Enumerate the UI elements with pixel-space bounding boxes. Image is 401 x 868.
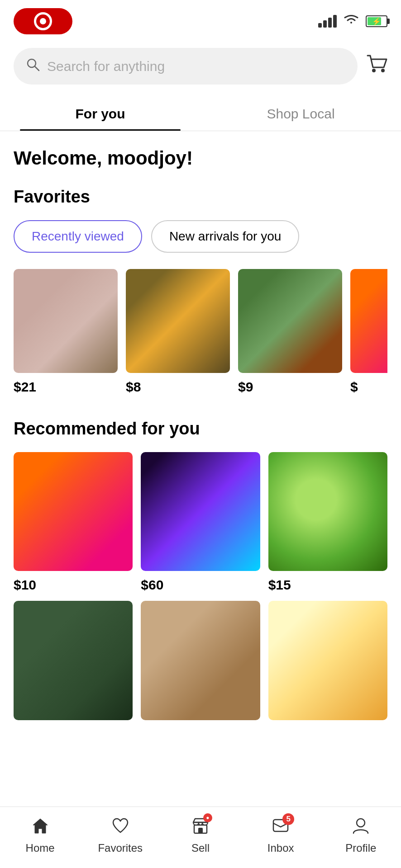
- signal-icon: [318, 15, 337, 28]
- rec-product-image: [268, 601, 387, 720]
- product-price: $9: [238, 379, 342, 395]
- nav-profile[interactable]: Profile: [338, 817, 383, 854]
- heart-icon: [111, 817, 129, 838]
- tab-for-you[interactable]: For you: [0, 94, 200, 131]
- home-icon: [31, 817, 49, 838]
- nav-favorites[interactable]: Favorites: [98, 817, 143, 854]
- recommended-title: Recommended for you: [14, 419, 387, 439]
- svg-point-2: [372, 69, 376, 72]
- product-card[interactable]: $21: [14, 269, 118, 395]
- favorites-title: Favorites: [14, 187, 387, 207]
- search-container: Search for anything: [0, 39, 401, 94]
- nav-sell[interactable]: • Sell: [178, 817, 223, 854]
- inbox-icon: 5: [272, 817, 290, 838]
- rec-product-price: $60: [141, 577, 260, 593]
- logo-icon: [34, 12, 52, 30]
- cart-icon[interactable]: [367, 55, 387, 78]
- nav-inbox-label: Inbox: [267, 842, 294, 854]
- sell-badge: •: [203, 813, 212, 822]
- store-icon: •: [191, 817, 210, 838]
- rec-product-card[interactable]: [268, 601, 387, 726]
- rec-product-image: [141, 452, 260, 571]
- product-image: [14, 269, 118, 373]
- tab-shop-local[interactable]: Shop Local: [200, 94, 401, 131]
- product-image: [350, 269, 387, 373]
- rec-product-card[interactable]: [141, 601, 260, 726]
- rec-product-card[interactable]: $60: [141, 452, 260, 593]
- rec-product-card[interactable]: $15: [268, 452, 387, 593]
- rec-product-image: [268, 452, 387, 571]
- product-price: $8: [126, 379, 230, 395]
- rec-product-price: $15: [268, 577, 387, 593]
- svg-point-8: [357, 819, 365, 827]
- rec-product-card[interactable]: [14, 601, 133, 726]
- favorites-product-row: $21 $8 $9 $: [14, 269, 387, 396]
- product-price: $21: [14, 379, 118, 395]
- profile-icon: [352, 817, 370, 838]
- filter-recently-viewed[interactable]: Recently viewed: [14, 220, 142, 253]
- search-bar[interactable]: Search for anything: [14, 48, 358, 85]
- tab-bar: For you Shop Local: [0, 94, 401, 131]
- svg-rect-6: [198, 828, 203, 833]
- nav-sell-label: Sell: [191, 842, 210, 854]
- product-card[interactable]: $: [350, 269, 387, 395]
- welcome-heading: Welcome, moodjoy!: [14, 147, 387, 169]
- svg-line-1: [35, 66, 39, 71]
- product-price: $: [350, 379, 387, 395]
- status-right: ⚡: [318, 14, 387, 29]
- rec-product-card[interactable]: $10: [14, 452, 133, 593]
- product-card[interactable]: $9: [238, 269, 342, 395]
- rec-product-image: [14, 452, 133, 571]
- status-bar: ⚡: [0, 0, 401, 39]
- wifi-icon: [343, 14, 359, 29]
- rec-product-price: $10: [14, 577, 133, 593]
- app-logo: [14, 8, 72, 34]
- filter-new-arrivals[interactable]: New arrivals for you: [151, 220, 299, 253]
- nav-profile-label: Profile: [345, 842, 376, 854]
- nav-home-label: Home: [26, 842, 55, 854]
- rec-product-image: [14, 601, 133, 720]
- battery-icon: ⚡: [366, 15, 387, 27]
- inbox-badge: 5: [282, 813, 294, 825]
- rec-product-image: [141, 601, 260, 720]
- search-icon: [26, 58, 40, 75]
- filter-buttons: Recently viewed New arrivals for you: [14, 220, 387, 253]
- search-placeholder: Search for anything: [47, 59, 165, 74]
- svg-point-3: [381, 69, 385, 72]
- nav-favorites-label: Favorites: [98, 842, 143, 854]
- nav-home[interactable]: Home: [18, 817, 63, 854]
- nav-inbox[interactable]: 5 Inbox: [258, 817, 303, 854]
- bottom-nav: Home Favorites • Sell: [0, 807, 401, 868]
- recommended-grid: $10 $60 $15: [14, 452, 387, 726]
- product-image: [238, 269, 342, 373]
- product-card[interactable]: $8: [126, 269, 230, 395]
- product-image: [126, 269, 230, 373]
- main-content: Welcome, moodjoy! Favorites Recently vie…: [0, 131, 401, 808]
